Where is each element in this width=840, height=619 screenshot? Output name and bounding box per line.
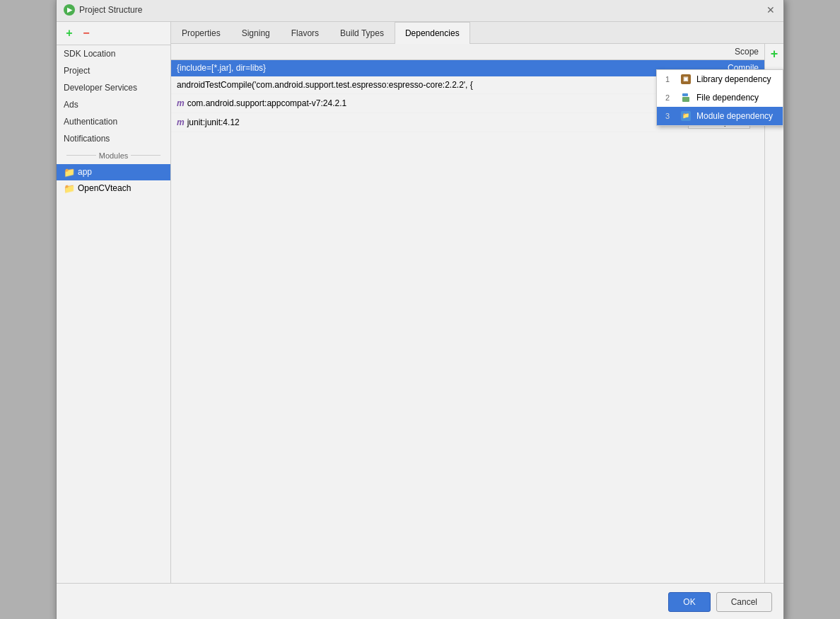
- ok-button[interactable]: OK: [668, 592, 710, 612]
- menu-item-library-dep[interactable]: 1 ▣ Library dependency: [657, 70, 783, 88]
- remove-button[interactable]: −: [79, 26, 93, 40]
- close-button[interactable]: ✕: [765, 4, 776, 16]
- dependencies-panel: Scope {include=[*.jar], dir=libs} Compil…: [171, 44, 783, 583]
- dep-name-junit: m junit:junit:4.12: [171, 115, 672, 130]
- sidebar-item-notifications[interactable]: Notifications: [57, 130, 170, 147]
- dialog-title: Project Structure: [79, 5, 142, 15]
- svg-rect-1: [682, 97, 689, 102]
- module-item-app[interactable]: 📁 app: [57, 164, 170, 180]
- sidebar-toolbar: + −: [57, 22, 170, 45]
- folder-icon: 📁: [64, 167, 75, 178]
- col-name-header: [171, 44, 672, 59]
- content-right: Properties Signing Flavors Build Types D…: [171, 22, 783, 583]
- tab-properties[interactable]: Properties: [171, 22, 231, 44]
- modules-header: Modules: [57, 147, 170, 164]
- dep-name-appcompat: m com.android.support:appcompat-v7:24.2.…: [171, 96, 672, 111]
- main-area: + − SDK Location Project Developer Servi…: [57, 22, 783, 583]
- folder-icon: 📁: [64, 183, 75, 194]
- dep-name-espresso: androidTestCompile('com.android.support.…: [171, 77, 672, 93]
- cancel-button[interactable]: Cancel: [716, 592, 772, 612]
- sidebar-item-sdk-location[interactable]: SDK Location: [57, 45, 170, 62]
- m-icon-junit: m: [177, 117, 185, 127]
- dep-table-header: Scope: [171, 44, 764, 60]
- project-structure-dialog: ▶ Project Structure ✕ + − SDK Location P…: [56, 0, 784, 619]
- sidebar-item-ads[interactable]: Ads: [57, 96, 170, 113]
- dep-container: Scope {include=[*.jar], dir=libs} Compil…: [171, 44, 783, 583]
- title-bar: ▶ Project Structure ✕: [57, 0, 783, 22]
- dep-name-jars: {include=[*.jar], dir=libs}: [171, 60, 672, 76]
- dep-add-side-button[interactable]: +: [766, 47, 782, 62]
- app-icon: ▶: [64, 4, 75, 16]
- module-icon: 📁: [681, 111, 691, 121]
- add-button[interactable]: +: [62, 26, 76, 40]
- sidebar-item-authentication[interactable]: Authentication: [57, 113, 170, 130]
- menu-item-module-dep[interactable]: 3 📁 Module dependency: [657, 107, 783, 125]
- sidebar-item-developer-services[interactable]: Developer Services: [57, 79, 170, 96]
- m-icon-appcompat: m: [177, 98, 185, 108]
- library-icon: ▣: [681, 74, 691, 84]
- sidebar-item-project[interactable]: Project: [57, 62, 170, 79]
- dep-side-buttons: + 1 ▣ Library dependency 2: [764, 44, 783, 583]
- tab-dependencies[interactable]: Dependencies: [395, 22, 470, 44]
- module-item-opencvteach[interactable]: 📁 OpenCVteach: [57, 180, 170, 197]
- col-scope-header: Scope: [672, 44, 764, 59]
- title-bar-left: ▶ Project Structure: [64, 4, 142, 16]
- tabs-row: Properties Signing Flavors Build Types D…: [171, 22, 783, 44]
- menu-item-file-dep[interactable]: 2 File dependency: [657, 88, 783, 107]
- bottom-bar: OK Cancel: [57, 583, 783, 620]
- tab-build-types[interactable]: Build Types: [329, 22, 395, 44]
- tab-signing[interactable]: Signing: [231, 22, 281, 44]
- context-menu: 1 ▣ Library dependency 2: [656, 69, 783, 126]
- sidebar: + − SDK Location Project Developer Servi…: [57, 22, 171, 583]
- file-icon: [681, 93, 691, 103]
- tab-flavors[interactable]: Flavors: [281, 22, 329, 44]
- svg-rect-0: [682, 93, 688, 96]
